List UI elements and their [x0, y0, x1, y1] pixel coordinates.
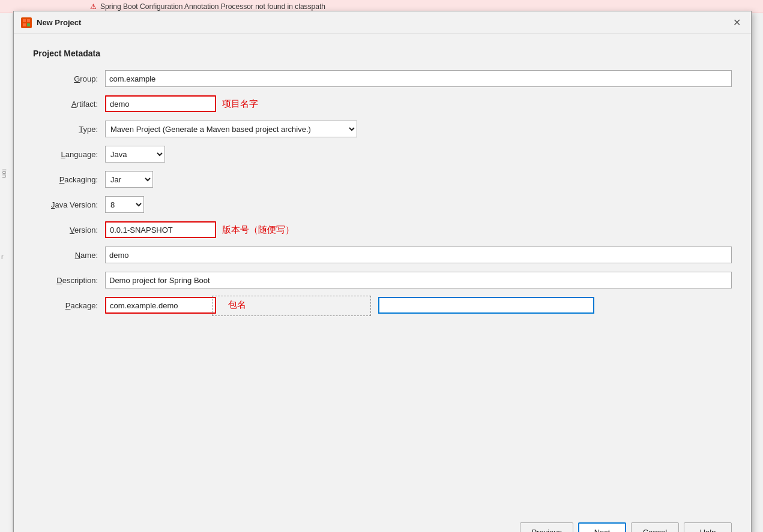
package-dashed-box: [212, 296, 371, 316]
type-label: Type:: [33, 125, 105, 134]
package-row: Package: 包名: [33, 297, 732, 314]
package-input-wrapper: 包名: [105, 297, 732, 314]
version-row: Version: 版本号（随便写）: [33, 221, 732, 238]
dialog-title: New Project: [37, 18, 81, 27]
group-label: Group:: [33, 74, 105, 83]
new-project-dialog: New Project ✕ Project Metadata Group: Ar…: [13, 11, 752, 532]
name-input[interactable]: [105, 247, 732, 263]
sidebar-partial-badge: r: [1, 253, 4, 260]
packaging-label: Packaging:: [33, 175, 105, 184]
svg-rect-0: [23, 19, 26, 22]
package-annotation: 包名: [228, 299, 246, 311]
description-row: Description:: [33, 272, 732, 288]
name-label: Name:: [33, 251, 105, 260]
package-first-input[interactable]: [105, 297, 216, 314]
section-title: Project Metadata: [33, 49, 732, 58]
artifact-label: Artifact:: [33, 100, 105, 109]
java-version-select[interactable]: 8: [105, 196, 144, 213]
type-select[interactable]: Maven Project (Generate a Maven based pr…: [105, 121, 357, 137]
type-row: Type: Maven Project (Generate a Maven ba…: [33, 121, 732, 137]
version-annotation: 版本号（随便写）: [222, 224, 294, 236]
dialog-titlebar: New Project ✕: [14, 11, 751, 34]
dialog-body: Project Metadata Group: Artifact: 项目名字 T…: [14, 34, 751, 514]
titlebar-left: New Project: [21, 17, 81, 28]
previous-button[interactable]: Previous: [520, 522, 573, 532]
description-input[interactable]: [105, 272, 732, 288]
description-label: Description:: [33, 276, 105, 285]
svg-rect-2: [23, 23, 26, 26]
next-button[interactable]: Next: [578, 522, 626, 532]
language-label: Language:: [33, 150, 105, 159]
dialog-app-icon: [21, 17, 32, 28]
java-version-row: Java Version: 8: [33, 196, 732, 213]
help-button[interactable]: Help: [684, 522, 732, 532]
version-label: Version:: [33, 226, 105, 235]
group-input[interactable]: [105, 70, 732, 87]
packaging-select[interactable]: Jar: [105, 171, 153, 188]
cancel-button[interactable]: Cancel: [631, 522, 679, 532]
left-sidebar-partial: ion r: [0, 13, 13, 532]
warning-icon: ⚠: [90, 2, 97, 11]
name-row: Name:: [33, 247, 732, 263]
dialog-footer: Previous Next Cancel Help: [14, 514, 751, 532]
package-second-input[interactable]: [378, 297, 594, 314]
sidebar-partial-label: ion: [1, 169, 8, 178]
warning-text: Spring Boot Configuration Annotation Pro…: [100, 2, 325, 11]
close-button[interactable]: ✕: [729, 16, 744, 30]
artifact-row: Artifact: 项目名字: [33, 95, 732, 112]
svg-rect-1: [27, 19, 30, 22]
language-select[interactable]: Java: [105, 146, 165, 163]
language-row: Language: Java: [33, 146, 732, 163]
group-row: Group:: [33, 70, 732, 87]
package-label: Package:: [33, 301, 105, 310]
artifact-input[interactable]: [105, 95, 216, 112]
artifact-annotation: 项目名字: [222, 98, 258, 110]
java-version-label: Java Version:: [33, 200, 105, 209]
version-input[interactable]: [105, 221, 216, 238]
svg-rect-3: [27, 23, 30, 26]
packaging-row: Packaging: Jar: [33, 171, 732, 188]
